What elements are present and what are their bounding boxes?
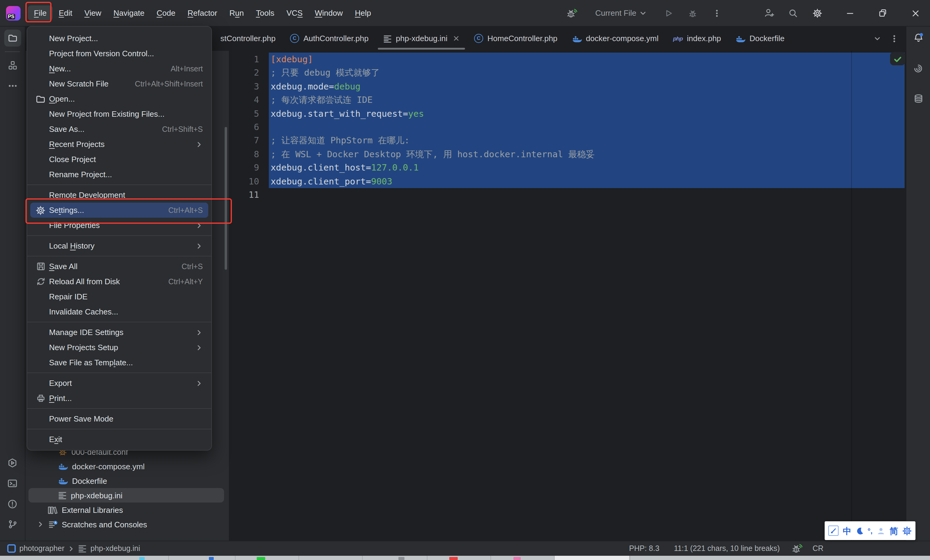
tab-options-kebab-icon[interactable] — [890, 34, 899, 43]
project-tree-item-external-libraries[interactable]: External Libraries — [25, 503, 224, 517]
close-button[interactable] — [908, 6, 923, 20]
menubar-item-run[interactable]: Run — [223, 5, 250, 21]
run-configuration-selector[interactable]: Current File — [595, 6, 647, 20]
more-actions-kebab-icon[interactable] — [710, 6, 724, 20]
taskbar-app-icon[interactable] — [257, 557, 265, 560]
file-menu-item-recent-projects[interactable]: Recent Projects — [27, 137, 211, 152]
ime-moon-icon[interactable] — [856, 527, 864, 535]
file-menu-item-export[interactable]: Export — [27, 376, 211, 391]
file-menu-item-print[interactable]: Print... — [27, 391, 211, 406]
project-tree-item-php-xdebug-ini[interactable]: php-xdebug.ini — [28, 488, 224, 503]
php-version-widget[interactable]: PHP: 8.3 — [629, 544, 659, 553]
chevron-right-icon[interactable] — [37, 521, 44, 528]
restore-button[interactable] — [876, 6, 890, 20]
menubar-item-help[interactable]: Help — [349, 5, 377, 21]
editor-tab-Dockerfile[interactable]: Dockerfile — [728, 26, 792, 51]
file-menu-item-power-save-mode[interactable]: Power Save Mode — [27, 411, 211, 427]
code-line-10[interactable]: xdebug.client_port=9003 — [269, 175, 905, 188]
menubar-item-window[interactable]: Window — [309, 5, 349, 21]
code-line-11[interactable] — [269, 188, 905, 202]
structure-tool-window-button[interactable] — [4, 57, 21, 74]
project-scrollbar[interactable] — [225, 127, 227, 270]
code-line-8[interactable]: ; 在 WSL + Docker Desktop 环境下, 用 host.doc… — [269, 147, 905, 161]
menubar-item-file[interactable]: File — [28, 5, 53, 21]
editor-tab-stController.php[interactable]: stController.php — [213, 26, 283, 51]
taskbar-app-icon[interactable] — [209, 557, 214, 560]
file-menu-item-new[interactable]: New...Alt+Insert — [27, 61, 211, 76]
ime-settings-gear-icon[interactable] — [902, 526, 912, 535]
problems-tool-window-button[interactable] — [4, 495, 21, 512]
file-menu-item-save-as[interactable]: Save As...Ctrl+Shift+S — [27, 121, 211, 137]
code-line-2[interactable]: ; 只要 debug 模式就够了 — [269, 66, 905, 80]
file-menu-item-settings[interactable]: Settings...Ctrl+Alt+S — [30, 203, 208, 218]
file-menu-item-rename-project[interactable]: Rename Project... — [27, 167, 211, 182]
line-separator-widget[interactable]: CR — [813, 544, 824, 553]
file-menu-item-new-scratch-file[interactable]: New Scratch FileCtrl+Alt+Shift+Insert — [27, 76, 211, 91]
file-menu-item-exit[interactable]: Exit — [27, 432, 211, 447]
code-line-5[interactable]: xdebug.start_with_request=yes — [269, 107, 905, 120]
editor-tab-docker-compose.yml[interactable]: docker-compose.yml — [565, 26, 666, 51]
file-menu-item-new-projects-setup[interactable]: New Projects Setup — [27, 340, 211, 355]
project-tree-item-scratches-and-consoles[interactable]: Scratches and Consoles — [25, 517, 224, 532]
menubar-item-navigate[interactable]: Navigate — [108, 5, 151, 21]
code-line-3[interactable]: xdebug.mode=debug — [269, 80, 905, 94]
ime-user-icon[interactable] — [877, 526, 885, 535]
terminal-tool-window-button[interactable] — [4, 475, 21, 492]
taskbar-app-icon[interactable] — [399, 557, 405, 560]
file-menu-item-open[interactable]: Open... — [27, 91, 211, 106]
menubar-item-vcs[interactable]: VCS — [280, 5, 308, 21]
search-everywhere-icon[interactable] — [786, 6, 801, 20]
ai-assistant-icon[interactable] — [910, 60, 927, 77]
file-menu-item-repair-ide[interactable]: Repair IDE — [27, 289, 211, 304]
project-tool-window-button[interactable] — [4, 30, 21, 46]
windows-taskbar-sliver[interactable] — [0, 556, 930, 560]
breadcrumb-project[interactable]: photographer — [19, 544, 65, 553]
minimize-button[interactable] — [843, 6, 858, 20]
notifications-bell-icon[interactable] — [910, 30, 927, 46]
menubar-item-code[interactable]: Code — [151, 5, 181, 21]
menubar-item-tools[interactable]: Tools — [250, 5, 280, 21]
services-tool-window-button[interactable] — [4, 454, 21, 471]
code-line-4[interactable]: ; 每次请求都尝试连 IDE — [269, 93, 905, 107]
menubar-item-view[interactable]: View — [79, 5, 108, 21]
project-tree-item-docker-compose-yml[interactable]: docker-compose.yml — [25, 459, 224, 474]
code-line-7[interactable]: ; 让容器知道 PhpStorm 在哪儿: — [269, 134, 905, 147]
taskbar-active-item[interactable] — [554, 556, 629, 560]
taskbar-app-icon[interactable] — [449, 557, 458, 560]
file-menu-item-new-project-from-existing-files[interactable]: New Project from Existing Files... — [27, 106, 211, 121]
editor-tab-index.php[interactable]: phpindex.php — [666, 26, 728, 51]
code-line-9[interactable]: xdebug.client_host=127.0.0.1 — [269, 161, 905, 175]
more-tool-windows-button[interactable] — [4, 77, 21, 94]
project-tree-item-dockerfile[interactable]: Dockerfile — [25, 474, 224, 488]
breadcrumb-file[interactable]: php-xdebug.ini — [91, 544, 140, 553]
ide-settings-gear-icon[interactable] — [810, 6, 825, 20]
inspections-ok-icon[interactable] — [890, 52, 905, 65]
file-menu-item-file-properties[interactable]: File Properties — [27, 218, 211, 233]
menubar-item-edit[interactable]: Edit — [53, 5, 79, 21]
file-menu-item-manage-ide-settings[interactable]: Manage IDE Settings — [27, 325, 211, 340]
code-line-6[interactable] — [269, 120, 905, 134]
add-user-icon[interactable] — [762, 6, 776, 20]
editor-tab-php-xdebug.ini[interactable]: php-xdebug.ini — [376, 26, 467, 51]
menubar-item-refactor[interactable]: Refactor — [181, 5, 223, 21]
file-menu-item-close-project[interactable]: Close Project — [27, 152, 211, 167]
editor-code[interactable]: [xdebug]; 只要 debug 模式就够了xdebug.mode=debu… — [269, 53, 905, 202]
debug-button[interactable] — [685, 6, 700, 20]
editor-tab-HomeController.php[interactable]: CHomeController.php — [467, 26, 565, 51]
code-line-1[interactable]: [xdebug] — [269, 53, 905, 66]
file-menu-item-save-file-as-template[interactable]: Save File as Template... — [27, 355, 211, 370]
file-menu-item-local-history[interactable]: Local History — [27, 238, 211, 253]
close-tab-icon[interactable] — [453, 35, 460, 42]
taskbar-app-icon[interactable] — [513, 557, 521, 560]
editor-area[interactable]: 1234567891011 [xdebug]; 只要 debug 模式就够了xd… — [229, 51, 906, 541]
debug-listener-icon[interactable] — [565, 6, 579, 20]
file-menu-item-new-project[interactable]: New Project... — [27, 31, 211, 46]
run-button[interactable] — [661, 6, 676, 20]
version-control-tool-window-button[interactable] — [4, 516, 21, 533]
ime-simplified-icon[interactable]: 简 — [890, 526, 898, 535]
debug-listener-status-icon[interactable] — [792, 543, 803, 554]
editor-tab-AuthController.php[interactable]: CAuthController.php — [283, 26, 376, 51]
ime-chinese-mode-icon[interactable]: 中 — [843, 526, 851, 535]
ime-punctuation-icon[interactable]: °, — [868, 527, 873, 534]
file-menu-item-invalidate-caches[interactable]: Invalidate Caches... — [27, 304, 211, 319]
